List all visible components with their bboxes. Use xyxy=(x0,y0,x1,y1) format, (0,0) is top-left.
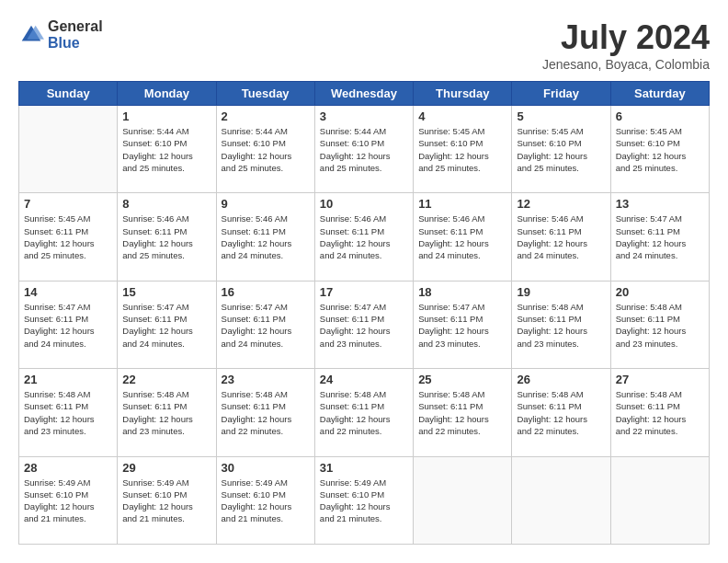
day-number: 4 xyxy=(418,109,506,123)
day-info: Sunrise: 5:44 AM Sunset: 6:10 PM Dayligh… xyxy=(320,125,408,174)
day-number: 12 xyxy=(517,197,605,211)
calendar-cell: 30Sunrise: 5:49 AM Sunset: 6:10 PM Dayli… xyxy=(216,456,314,544)
calendar-cell: 6Sunrise: 5:45 AM Sunset: 6:10 PM Daylig… xyxy=(610,106,709,193)
day-info: Sunrise: 5:46 AM Sunset: 6:11 PM Dayligh… xyxy=(517,213,605,261)
calendar-cell: 13Sunrise: 5:47 AM Sunset: 6:11 PM Dayli… xyxy=(610,193,709,281)
day-number: 22 xyxy=(122,373,210,386)
day-info: Sunrise: 5:45 AM Sunset: 6:10 PM Dayligh… xyxy=(616,125,704,174)
calendar-cell xyxy=(19,106,118,193)
calendar-cell: 25Sunrise: 5:48 AM Sunset: 6:11 PM Dayli… xyxy=(414,369,512,456)
day-number: 26 xyxy=(517,373,605,386)
day-number: 15 xyxy=(122,285,210,299)
day-info: Sunrise: 5:44 AM Sunset: 6:10 PM Dayligh… xyxy=(122,125,210,174)
logo-text: General Blue xyxy=(48,18,103,51)
calendar-cell: 23Sunrise: 5:48 AM Sunset: 6:11 PM Dayli… xyxy=(216,369,314,456)
logo-icon xyxy=(18,22,44,48)
day-number: 23 xyxy=(222,373,310,386)
calendar-cell: 8Sunrise: 5:46 AM Sunset: 6:11 PM Daylig… xyxy=(118,193,216,281)
day-number: 8 xyxy=(122,197,210,211)
logo: General Blue xyxy=(18,18,103,51)
calendar-table: Sunday Monday Tuesday Wednesday Thursday… xyxy=(18,81,710,545)
col-wednesday: Wednesday xyxy=(314,82,413,106)
calendar-cell xyxy=(610,456,709,544)
day-info: Sunrise: 5:48 AM Sunset: 6:11 PM Dayligh… xyxy=(320,388,408,437)
calendar-cell: 12Sunrise: 5:46 AM Sunset: 6:11 PM Dayli… xyxy=(512,193,610,281)
calendar-cell: 19Sunrise: 5:48 AM Sunset: 6:11 PM Dayli… xyxy=(512,281,610,368)
day-info: Sunrise: 5:45 AM Sunset: 6:10 PM Dayligh… xyxy=(517,125,605,174)
day-info: Sunrise: 5:49 AM Sunset: 6:10 PM Dayligh… xyxy=(320,477,408,525)
day-number: 16 xyxy=(222,285,310,299)
day-number: 2 xyxy=(222,109,310,123)
calendar-cell: 5Sunrise: 5:45 AM Sunset: 6:10 PM Daylig… xyxy=(512,106,610,193)
day-number: 25 xyxy=(418,373,506,386)
day-number: 17 xyxy=(320,285,408,299)
location: Jenesano, Boyaca, Colombia xyxy=(542,57,710,72)
day-number: 31 xyxy=(320,461,408,475)
calendar-cell: 7Sunrise: 5:45 AM Sunset: 6:11 PM Daylig… xyxy=(19,193,118,281)
week-row-3: 14Sunrise: 5:47 AM Sunset: 6:11 PM Dayli… xyxy=(19,281,710,368)
week-row-5: 28Sunrise: 5:49 AM Sunset: 6:10 PM Dayli… xyxy=(19,456,710,544)
day-info: Sunrise: 5:47 AM Sunset: 6:11 PM Dayligh… xyxy=(616,213,704,261)
col-tuesday: Tuesday xyxy=(216,82,314,106)
day-info: Sunrise: 5:46 AM Sunset: 6:11 PM Dayligh… xyxy=(222,213,310,261)
calendar-cell: 11Sunrise: 5:46 AM Sunset: 6:11 PM Dayli… xyxy=(414,193,512,281)
calendar-cell: 14Sunrise: 5:47 AM Sunset: 6:11 PM Dayli… xyxy=(19,281,118,368)
calendar-cell: 31Sunrise: 5:49 AM Sunset: 6:10 PM Dayli… xyxy=(314,456,413,544)
week-row-2: 7Sunrise: 5:45 AM Sunset: 6:11 PM Daylig… xyxy=(19,193,710,281)
day-number: 18 xyxy=(418,285,506,299)
calendar-cell: 17Sunrise: 5:47 AM Sunset: 6:11 PM Dayli… xyxy=(314,281,413,368)
day-info: Sunrise: 5:48 AM Sunset: 6:11 PM Dayligh… xyxy=(517,388,605,437)
day-info: Sunrise: 5:46 AM Sunset: 6:11 PM Dayligh… xyxy=(418,213,506,261)
day-info: Sunrise: 5:47 AM Sunset: 6:11 PM Dayligh… xyxy=(222,301,310,350)
calendar-cell: 20Sunrise: 5:48 AM Sunset: 6:11 PM Dayli… xyxy=(610,281,709,368)
calendar-cell: 27Sunrise: 5:48 AM Sunset: 6:11 PM Dayli… xyxy=(610,369,709,456)
day-info: Sunrise: 5:49 AM Sunset: 6:10 PM Dayligh… xyxy=(122,477,210,525)
month-year: July 2024 xyxy=(542,18,710,57)
calendar-cell xyxy=(414,456,512,544)
calendar-cell: 10Sunrise: 5:46 AM Sunset: 6:11 PM Dayli… xyxy=(314,193,413,281)
day-number: 28 xyxy=(24,461,112,475)
day-number: 30 xyxy=(222,461,310,475)
day-number: 21 xyxy=(24,373,112,386)
calendar-cell: 28Sunrise: 5:49 AM Sunset: 6:10 PM Dayli… xyxy=(19,456,118,544)
day-number: 10 xyxy=(320,197,408,211)
calendar-header-row: Sunday Monday Tuesday Wednesday Thursday… xyxy=(19,82,710,106)
day-info: Sunrise: 5:47 AM Sunset: 6:11 PM Dayligh… xyxy=(320,301,408,350)
col-friday: Friday xyxy=(512,82,610,106)
calendar-cell: 2Sunrise: 5:44 AM Sunset: 6:10 PM Daylig… xyxy=(216,106,314,193)
day-info: Sunrise: 5:47 AM Sunset: 6:11 PM Dayligh… xyxy=(24,301,112,350)
calendar-cell: 9Sunrise: 5:46 AM Sunset: 6:11 PM Daylig… xyxy=(216,193,314,281)
header: General Blue July 2024 Jenesano, Boyaca,… xyxy=(18,18,710,72)
calendar-cell xyxy=(512,456,610,544)
day-number: 1 xyxy=(122,109,210,123)
day-number: 24 xyxy=(320,373,408,386)
day-number: 29 xyxy=(122,461,210,475)
day-info: Sunrise: 5:45 AM Sunset: 6:10 PM Dayligh… xyxy=(418,125,506,174)
day-number: 7 xyxy=(24,197,112,211)
calendar-cell: 4Sunrise: 5:45 AM Sunset: 6:10 PM Daylig… xyxy=(414,106,512,193)
day-info: Sunrise: 5:48 AM Sunset: 6:11 PM Dayligh… xyxy=(616,388,704,437)
day-info: Sunrise: 5:45 AM Sunset: 6:11 PM Dayligh… xyxy=(24,213,112,261)
day-info: Sunrise: 5:47 AM Sunset: 6:11 PM Dayligh… xyxy=(418,301,506,350)
calendar-cell: 3Sunrise: 5:44 AM Sunset: 6:10 PM Daylig… xyxy=(314,106,413,193)
day-info: Sunrise: 5:44 AM Sunset: 6:10 PM Dayligh… xyxy=(222,125,310,174)
calendar-cell: 26Sunrise: 5:48 AM Sunset: 6:11 PM Dayli… xyxy=(512,369,610,456)
col-sunday: Sunday xyxy=(19,82,118,106)
day-number: 19 xyxy=(517,285,605,299)
day-info: Sunrise: 5:46 AM Sunset: 6:11 PM Dayligh… xyxy=(320,213,408,261)
day-number: 5 xyxy=(517,109,605,123)
calendar-cell: 18Sunrise: 5:47 AM Sunset: 6:11 PM Dayli… xyxy=(414,281,512,368)
calendar-cell: 16Sunrise: 5:47 AM Sunset: 6:11 PM Dayli… xyxy=(216,281,314,368)
day-number: 27 xyxy=(616,373,704,386)
calendar-cell: 1Sunrise: 5:44 AM Sunset: 6:10 PM Daylig… xyxy=(118,106,216,193)
day-info: Sunrise: 5:48 AM Sunset: 6:11 PM Dayligh… xyxy=(616,301,704,350)
day-info: Sunrise: 5:48 AM Sunset: 6:11 PM Dayligh… xyxy=(418,388,506,437)
day-number: 9 xyxy=(222,197,310,211)
logo-general-text: General xyxy=(48,18,103,35)
day-number: 3 xyxy=(320,109,408,123)
day-number: 20 xyxy=(616,285,704,299)
day-info: Sunrise: 5:46 AM Sunset: 6:11 PM Dayligh… xyxy=(122,213,210,261)
calendar-cell: 15Sunrise: 5:47 AM Sunset: 6:11 PM Dayli… xyxy=(118,281,216,368)
col-thursday: Thursday xyxy=(414,82,512,106)
calendar-cell: 29Sunrise: 5:49 AM Sunset: 6:10 PM Dayli… xyxy=(118,456,216,544)
